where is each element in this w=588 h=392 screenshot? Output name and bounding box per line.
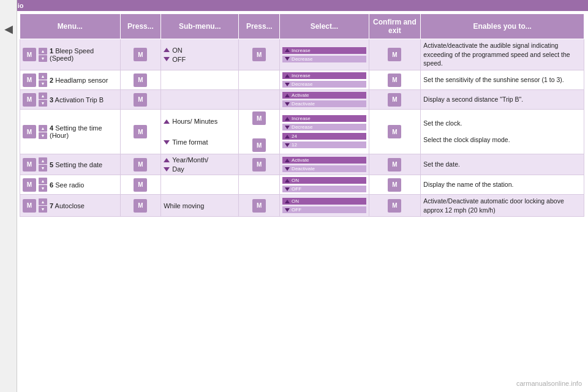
confirm-m-2[interactable]: M [388,74,401,87]
up-arrow-3[interactable]: ▲ [39,92,47,99]
sel-down-tri-6 [285,187,290,191]
press2-m-4a[interactable]: M [252,111,266,125]
press2-m-5[interactable]: M [252,158,266,172]
menu-cell-5: M ▲ ▼ 5 Setting the date [20,154,121,175]
down-arrow-3[interactable]: ▼ [39,100,47,107]
up-arrow-4[interactable]: ▲ [39,125,47,132]
press-m-1[interactable]: M [134,48,147,61]
press-m-3[interactable]: M [134,93,147,107]
menu-label-4: 4 Setting the time (Hour) [50,124,118,139]
confirm-m-4[interactable]: M [388,125,401,138]
select-cell-2: Increase Decrease [280,70,369,90]
select-top-2: Increase [292,73,311,78]
submenu-cell-1: ON OFF [161,39,239,70]
m-button-7[interactable]: M [23,199,36,213]
confirm-m-3[interactable]: M [388,93,401,107]
enables-cell-4: Set the clock. Select the clock display … [421,110,584,154]
press-m-7[interactable]: M [134,199,147,213]
select-cell-3: Activate Deactivate [280,90,369,110]
down-arrow-7[interactable]: ▼ [39,206,47,213]
confirm-cell-3: M [369,90,421,110]
confirm-cell-1: M [369,39,421,70]
enables-text-4a: Set the clock. [423,119,462,127]
down-arrow-1[interactable]: ▼ [39,55,47,62]
header-submenu: Sub-menu... [161,14,239,39]
m-button-5[interactable]: M [23,158,36,172]
select-cell-6: ON OFF [280,175,369,195]
select-top-5: Activate [292,157,309,163]
submenu-down-arrow-5 [164,167,170,172]
sel-up-tri-4b [285,135,290,138]
enables-cell-5: Set the date. [421,154,584,175]
select-top-3: Activate [292,92,309,98]
down-arrow-6[interactable]: ▼ [39,185,47,192]
watermark-text: carmanualsonline.info [516,380,582,387]
up-arrow-1[interactable]: ▲ [39,48,47,55]
up-arrow-6[interactable]: ▲ [39,178,47,184]
m-button-1[interactable]: M [23,48,36,61]
down-arrow-5[interactable]: ▼ [39,165,47,172]
press2-cell-3 [239,90,280,110]
confirm-m-7[interactable]: M [388,199,401,213]
press2-cell-4: M M [239,110,280,154]
sel-up-tri-7 [285,200,290,203]
m-button-2[interactable]: M [23,74,36,87]
enables-text-6: Display the name of the station. [423,181,513,188]
top-bar: Radio [0,0,588,11]
up-arrow-2[interactable]: ▲ [39,73,47,80]
confirm-cell-4: M [369,110,421,154]
submenu-cell-6 [161,175,239,195]
confirm-m-6[interactable]: M [388,178,401,192]
menu-cell-4: M ▲ ▼ 4 Setting the time (Hour) [20,110,121,154]
submenu-label-1a: ON [172,47,183,54]
header-press2: Press... [239,14,280,39]
submenu-cell-2 [161,70,239,90]
select-bot-3: Deactivate [292,101,315,107]
menu-label-5: 5 Setting the date [50,161,102,168]
sel-down-tri-7 [285,208,290,212]
press-cell-3: M [120,90,161,110]
down-arrow-4[interactable]: ▼ [39,132,47,139]
up-arrow-5[interactable]: ▲ [39,157,47,164]
table-row: M ▲ ▼ 1 Bleep Speed (Speed) M [20,39,584,70]
watermark: carmanualsonline.info [516,380,582,387]
press-cell-4: M [120,110,161,154]
menu-cell-2: M ▲ ▼ 2 Headlamp sensor [20,70,121,90]
enables-text-2: Set the sensitivity of the sunshine sens… [423,76,564,83]
press-m-4[interactable]: M [134,125,147,138]
submenu-label-1b: OFF [172,56,186,63]
sel-down-tri-2 [285,83,290,86]
sel-down-tri-4a [285,126,290,129]
m-button-6[interactable]: M [23,178,36,192]
table-row: M ▲ ▼ 5 Setting the date M [20,154,584,175]
menu-label-6: 6 See radio [50,181,84,189]
confirm-m-1[interactable]: M [388,48,401,61]
down-arrow-2[interactable]: ▼ [39,80,47,87]
menu-label-2: 2 Headlamp sensor [50,77,108,84]
menu-cell-3: M ▲ ▼ 3 Activation Trip B [20,90,121,110]
table-header-row: Menu... Press... Sub-menu... Press... Se… [20,14,584,39]
press-m-5[interactable]: M [134,158,147,172]
enables-text-5: Set the date. [423,160,460,168]
confirm-m-5[interactable]: M [388,158,401,172]
menu-cell-6: M ▲ ▼ 6 See radio [20,175,121,195]
submenu-label-4b: Time format [172,138,208,146]
up-arrow-7[interactable]: ▲ [39,198,47,205]
select-cell-5: Activate Deactivate [280,154,369,175]
press-cell-1: M [120,39,161,70]
press2-m-4b[interactable]: M [252,138,266,152]
press2-cell-7: M [239,195,280,217]
select-bot-2: Decrease [292,81,312,87]
sel-down-tri-3 [285,102,290,106]
m-button-3[interactable]: M [23,93,36,107]
select-bot-4b: 12 [292,142,297,148]
press-m-6[interactable]: M [134,178,147,192]
press2-m-1[interactable]: M [252,48,266,61]
m-button-4[interactable]: M [23,125,36,138]
confirm-cell-2: M [369,70,421,90]
select-top-4a: Increase [292,116,311,121]
sel-up-tri-2 [285,74,290,78]
press-m-2[interactable]: M [134,74,147,87]
select-bot-1: Decrease [292,56,312,62]
press2-m-7[interactable]: M [252,199,266,213]
